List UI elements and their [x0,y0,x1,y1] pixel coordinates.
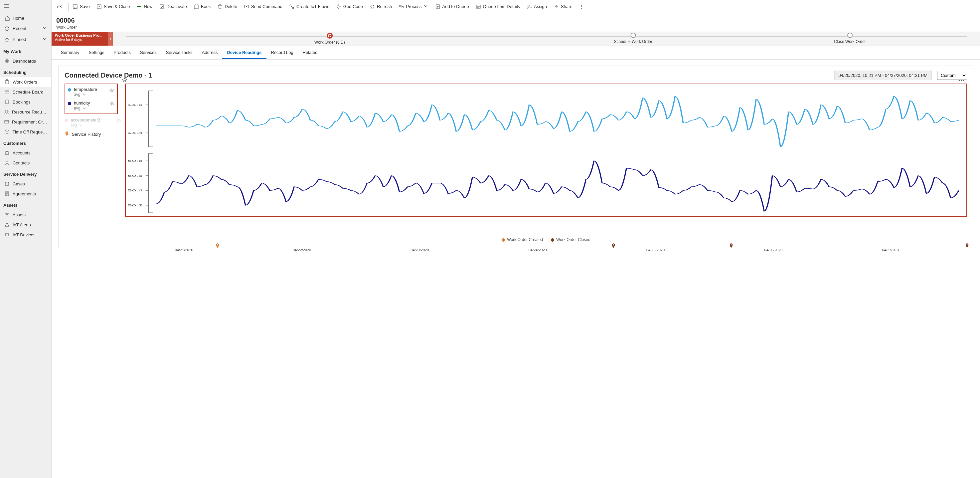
nav-item-bookings[interactable]: Bookings [0,97,51,107]
svg-point-34 [111,103,113,105]
nav-recent[interactable]: Recent [0,23,51,34]
hamburger-button[interactable] [0,0,51,13]
command-bar: ‹⦿SaveSave & CloseNewDeactivateBookDelet… [52,0,980,13]
svg-point-33 [111,89,113,91]
nav-item-assets[interactable]: Assets [0,210,51,220]
svg-rect-3 [5,61,6,63]
nav-item-accounts[interactable]: Accounts [0,148,51,158]
commandbar-overflow[interactable]: ⋮ [576,0,590,13]
dashboard-icon [4,58,10,64]
legend-item-accelerometerZ[interactable]: accelerometerZavg [65,118,121,128]
nav-item-work-orders[interactable]: Work Orders [0,77,51,87]
svg-point-35 [118,120,119,121]
legend-item-temperature[interactable]: temperatureavg [68,87,115,97]
nav-section-assets: Assets [0,199,51,210]
send-icon [244,4,249,9]
tab-related[interactable]: Related [298,46,322,59]
cmd-process[interactable]: Process [396,0,432,13]
svg-rect-5 [6,80,8,84]
nav-home[interactable]: Home [0,13,51,23]
cmd-refresh[interactable]: Refresh [366,0,396,13]
cmd-save[interactable]: Save [69,0,93,13]
chart-more-button[interactable]: ••• [958,78,965,83]
cmd-save-close[interactable]: Save & Close [93,0,134,13]
nav-section-customers: Customers [0,137,51,148]
nav-section-scheduling: Scheduling [0,66,51,77]
nav-item-iot-alerts[interactable]: IoT Alerts [0,220,51,230]
nav-item-agreements[interactable]: Agreements [0,189,51,199]
cmd-new[interactable]: New [133,0,156,13]
assign-icon [527,4,532,9]
record-entity: Work Order [56,25,975,30]
series-legend-box: temperatureavg humidityavg [65,84,118,114]
footer-legend-item: Work Order Created [502,237,543,242]
legend-item-humidity[interactable]: humidityavg [68,100,115,111]
nav-section-service-delivery: Service Delivery [0,168,51,179]
tab-settings[interactable]: Settings [84,46,109,59]
svg-rect-12 [5,152,9,155]
svg-rect-2 [7,59,9,61]
tab-summary[interactable]: Summary [56,46,84,59]
tab-services[interactable]: Services [135,46,161,59]
svg-text:50.4: 50.4 [128,188,143,192]
tab-record-log[interactable]: Record Log [266,46,298,59]
svg-point-46 [966,244,968,245]
svg-rect-28 [399,5,401,6]
cmd-delete[interactable]: Delete [214,0,240,13]
nav-item-iot-devices[interactable]: IoT Devices [0,230,51,240]
svg-rect-18 [73,5,77,9]
tab-device-readings[interactable]: Device Readings [222,46,266,59]
iotalert-icon [4,222,10,227]
contact-icon [4,160,10,166]
svg-point-32 [528,5,530,6]
eye-icon[interactable] [109,101,115,108]
eye-icon[interactable] [116,118,121,124]
x-tick: 04/25/2020 [646,248,665,252]
case-icon [4,181,10,186]
cmd-add-to-queue[interactable]: Add to Queue [432,0,473,13]
svg-text:50.6: 50.6 [128,174,143,177]
cmd-deactivate[interactable]: Deactivate [156,0,190,13]
nav-item-contacts[interactable]: Contacts [0,158,51,168]
cmd-queue-item-details[interactable]: Queue Item Details [473,0,523,13]
nav-item-resource-requireme-[interactable]: Resource Requireme... [0,107,51,117]
new-icon [137,4,142,9]
cmd-create-iot-flows[interactable]: Create IoT Flows [286,0,332,13]
nav-item-schedule-board[interactable]: Schedule Board [0,87,51,97]
book-icon [194,4,199,9]
cmd-share[interactable]: Share [550,0,576,13]
tab-service-tasks[interactable]: Service Tasks [161,46,197,59]
cmd-send-command[interactable]: Send Command [240,0,286,13]
bpf-current-stage-tag[interactable]: Work Order Business Pro... Active for 6 … [52,32,108,46]
legend-service-history[interactable]: Service History [65,131,121,137]
bpf-collapse-button[interactable]: ‹ [108,32,113,46]
date-range-display[interactable]: 04/20/2020, 10:21 PM - 04/27/2020, 04:21… [834,70,932,80]
nav-item-dashboards[interactable]: Dashboards [0,56,51,66]
svg-point-26 [293,7,294,9]
back-button[interactable]: ‹⦿ [54,0,68,13]
bpf-stage-close-work-order[interactable]: Close Work Order [834,33,866,44]
nav-item-cases[interactable]: Cases [0,179,51,189]
bpf-stage-schedule-work-order[interactable]: Schedule Work Order [614,33,652,44]
svg-rect-1 [5,59,6,61]
tab-products[interactable]: Products [109,46,135,59]
cmd-geo-code[interactable]: Geo Code [332,0,366,13]
queuedet-icon [476,4,481,9]
bpf-stage-work-order[interactable]: Work Order (6 D) [314,33,345,45]
nav-item-time-off-requests[interactable]: Time Off Requests [0,127,51,137]
record-header: 00006 Work Order [52,13,980,32]
chevron-down-icon [42,36,47,43]
bpf-name: Work Order Business Pro... [55,33,105,38]
iotdev-icon [4,232,10,237]
svg-rect-23 [194,5,198,9]
x-tick: 04/24/2020 [528,248,547,252]
nav-item-requirement-groups[interactable]: Requirement Groups [0,117,51,127]
tab-address[interactable]: Address [197,46,223,59]
cmd-assign[interactable]: Assign [523,0,550,13]
cmd-book[interactable]: Book [190,0,214,13]
eye-icon[interactable] [109,88,115,94]
svg-point-8 [5,110,6,112]
nav-pinned[interactable]: Pinned [0,34,51,45]
clipboard-icon [4,79,10,84]
record-tabs: SummarySettingsProductsServicesService T… [52,46,980,60]
